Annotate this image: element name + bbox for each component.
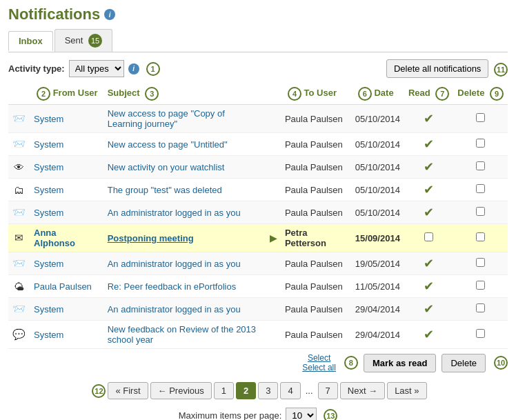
delete-checkbox[interactable] <box>476 161 485 170</box>
delete-checkbox[interactable] <box>476 184 485 193</box>
subject-link[interactable]: Postponing meeting <box>108 233 194 243</box>
filter-info-icon[interactable]: i <box>128 63 139 74</box>
prev-page-button[interactable]: ← Previous <box>150 382 212 399</box>
delete-checkbox[interactable] <box>476 329 485 338</box>
row-subject[interactable]: The group "test" was deleted <box>103 179 266 201</box>
subject-link[interactable]: An administrator logged in as you <box>108 304 241 314</box>
read-checkmark: ✔ <box>424 137 434 151</box>
circle-1: 1 <box>146 62 160 76</box>
row-icon: 📨 <box>8 298 30 321</box>
row-delete[interactable] <box>453 179 508 201</box>
delete-all-button[interactable]: Delete all notifications <box>386 59 488 78</box>
row-read[interactable]: ✔ <box>404 105 453 133</box>
activity-select[interactable]: All types System User <box>69 60 124 77</box>
subject-link[interactable]: New access to page "Untitled" <box>108 139 228 150</box>
from-link[interactable]: System <box>34 330 63 340</box>
from-link[interactable]: System <box>34 259 63 269</box>
row-read[interactable]: ✔ <box>404 321 453 349</box>
from-link[interactable]: System <box>34 208 63 218</box>
row-read[interactable]: ✔ <box>404 201 453 224</box>
row-from[interactable]: Anna Alphonso <box>30 224 103 252</box>
delete-button[interactable]: Delete <box>441 354 486 372</box>
from-link[interactable]: System <box>34 304 63 314</box>
subject-link[interactable]: Re: Peer feedback in ePortfolios <box>108 281 236 292</box>
select-all-area: Select Select all <box>302 353 336 372</box>
page-2-button[interactable]: 2 <box>236 382 256 399</box>
delete-checkbox[interactable] <box>476 139 485 148</box>
row-read[interactable]: ✔ <box>404 298 453 321</box>
row-subject[interactable]: New activity on your watchlist <box>103 156 266 179</box>
row-icon: ✉ <box>8 224 30 252</box>
row-subject[interactable]: New access to page "Copy of Learning jou… <box>103 105 266 133</box>
row-icon: 💬 <box>8 321 30 349</box>
subject-link[interactable]: An administrator logged in as you <box>108 208 241 218</box>
table-header-row: 2 From User Subject 3 4 To User 6 Date <box>8 83 508 105</box>
row-delete[interactable] <box>453 224 508 252</box>
row-subject[interactable]: Re: Peer feedback in ePortfolios <box>103 275 266 298</box>
delete-checkbox[interactable] <box>476 207 485 216</box>
page-7-button[interactable]: 7 <box>318 382 338 399</box>
from-link[interactable]: System <box>34 114 63 124</box>
table-row: 🌤Paula PaulsenRe: Peer feedback in ePort… <box>8 275 508 298</box>
row-delete[interactable] <box>453 156 508 179</box>
row-delete[interactable] <box>453 133 508 156</box>
subject-link[interactable]: New access to page "Copy of Learning jou… <box>108 108 225 129</box>
notifications-table: 2 From User Subject 3 4 To User 6 Date <box>8 83 508 349</box>
col-date-label: Date <box>374 88 393 98</box>
select-all-link[interactable]: Select all <box>302 363 336 372</box>
row-subject[interactable]: Postponing meeting <box>103 224 266 252</box>
delete-checkbox[interactable] <box>476 303 485 312</box>
row-subject[interactable]: New access to page "Untitled" <box>103 133 266 156</box>
row-subject[interactable]: An administrator logged in as you <box>103 298 266 321</box>
row-from[interactable]: Paula Paulsen <box>30 275 103 298</box>
row-arrow <box>266 179 281 201</box>
page-3-button[interactable]: 3 <box>258 382 278 399</box>
subject-link[interactable]: An administrator logged in as you <box>108 259 241 269</box>
from-link[interactable]: System <box>34 185 63 195</box>
first-page-button[interactable]: « First <box>108 382 148 399</box>
row-delete[interactable] <box>453 321 508 349</box>
row-subject[interactable]: An administrator logged in as you <box>103 201 266 224</box>
row-delete[interactable] <box>453 298 508 321</box>
title-info-icon[interactable]: i <box>104 9 115 20</box>
row-from: System <box>30 179 103 201</box>
select-link[interactable]: Select <box>308 353 330 363</box>
delete-checkbox[interactable] <box>476 281 485 290</box>
row-subject[interactable]: New feedback on Review of the 2013 schoo… <box>103 321 266 349</box>
from-link[interactable]: System <box>34 139 63 150</box>
row-date: 15/09/2014 <box>351 224 404 252</box>
per-page-select[interactable]: 10 20 50 <box>286 408 317 420</box>
row-read[interactable]: ✔ <box>404 275 453 298</box>
row-date: 05/10/2014 <box>351 156 404 179</box>
tab-sent[interactable]: Sent 15 <box>54 29 112 52</box>
from-link[interactable]: Anna Alphonso <box>34 228 75 248</box>
row-read[interactable]: ✔ <box>404 179 453 201</box>
row-read[interactable]: ✔ <box>404 156 453 179</box>
row-read[interactable]: ✔ <box>404 252 453 275</box>
row-subject[interactable]: An administrator logged in as you <box>103 252 266 275</box>
page-1-button[interactable]: 1 <box>214 382 234 399</box>
row-read[interactable]: ✔ <box>404 133 453 156</box>
row-delete[interactable] <box>453 105 508 133</box>
from-link[interactable]: System <box>34 162 63 172</box>
row-date: 29/04/2014 <box>351 298 404 321</box>
tab-inbox[interactable]: Inbox <box>8 31 53 51</box>
page-4-button[interactable]: 4 <box>280 382 300 399</box>
last-page-button[interactable]: Last » <box>387 382 426 399</box>
tab-sent-label: Sent <box>65 35 83 46</box>
next-page-button[interactable]: Next → <box>340 382 385 399</box>
from-link[interactable]: Paula Paulsen <box>34 281 92 292</box>
delete-checkbox[interactable] <box>476 258 485 267</box>
mark-read-button[interactable]: Mark as read <box>364 354 437 372</box>
row-read[interactable] <box>404 224 453 252</box>
row-delete[interactable] <box>453 275 508 298</box>
subject-link[interactable]: The group "test" was deleted <box>108 185 222 195</box>
delete-checkbox[interactable] <box>476 232 485 241</box>
subject-link[interactable]: New feedback on Review of the 2013 schoo… <box>108 324 256 345</box>
subject-link[interactable]: New activity on your watchlist <box>108 162 225 172</box>
row-delete[interactable] <box>453 252 508 275</box>
delete-checkbox[interactable] <box>476 113 485 122</box>
row-icon: 📨 <box>8 201 30 224</box>
read-checkbox[interactable] <box>424 232 433 241</box>
row-delete[interactable] <box>453 201 508 224</box>
